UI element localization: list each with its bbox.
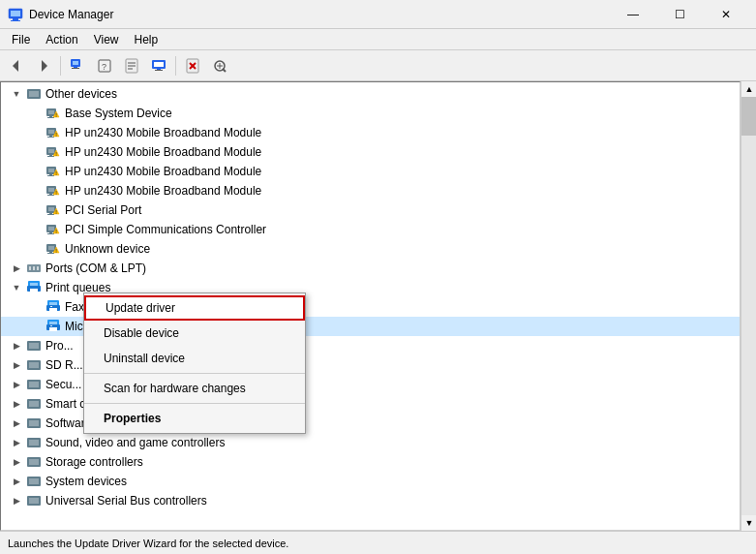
forward-button[interactable]: [31, 53, 56, 78]
svg-rect-69: [48, 246, 54, 250]
tree-arrow[interactable]: ▶: [9, 399, 24, 409]
tree-item[interactable]: ! HP un2430 Mobile Broadband Module: [1, 142, 740, 162]
tree-arrow[interactable]: ▶: [9, 263, 24, 273]
tree-item[interactable]: ▶ Universal Serial Bus controllers: [1, 491, 740, 510]
toolbar-sep-1: [60, 56, 61, 76]
svg-rect-8: [74, 67, 77, 68]
tree-icon-category: [26, 280, 42, 295]
svg-rect-28: [49, 116, 52, 117]
tree-item[interactable]: ! HP un2430 Mobile Broadband Module: [1, 123, 740, 142]
tree-label: System devices: [45, 475, 127, 488]
svg-rect-51: [48, 188, 54, 192]
toolbar: ?: [0, 50, 756, 81]
svg-rect-86: [50, 306, 52, 307]
tree-arrow[interactable]: ▶: [9, 341, 24, 351]
svg-rect-18: [157, 69, 161, 70]
tree-label: HP un2430 Mobile Broadband Module: [65, 126, 261, 139]
monitor-button[interactable]: [146, 53, 171, 78]
menu-view[interactable]: View: [86, 31, 127, 48]
tree-icon-category: [26, 396, 42, 412]
tree-item[interactable]: ! Base System Device: [1, 104, 740, 123]
svg-text:?: ?: [102, 62, 106, 72]
context-menu-item-3[interactable]: Scan for hardware changes: [84, 376, 305, 401]
tree-item[interactable]: ▶ Ports (COM & LPT): [1, 259, 740, 278]
tree-item[interactable]: ▶ System devices: [1, 472, 740, 491]
tree-item[interactable]: ! HP un2430 Mobile Broadband Module: [1, 181, 740, 200]
minimize-button[interactable]: —: [611, 0, 655, 29]
svg-rect-76: [33, 266, 35, 270]
tree-icon-category: [26, 474, 42, 489]
context-menu-item-2[interactable]: Uninstall device: [84, 346, 305, 371]
back-button[interactable]: [4, 53, 29, 78]
show-properties-button[interactable]: [65, 53, 90, 78]
tree-arrow[interactable]: ▶: [9, 438, 24, 447]
tree-item[interactable]: ▼ Other devices: [1, 84, 740, 104]
maximize-button[interactable]: ☐: [657, 0, 702, 29]
svg-marker-4: [13, 60, 18, 72]
svg-rect-116: [29, 420, 39, 426]
tree-arrow[interactable]: ▶: [9, 496, 24, 506]
vertical-scrollbar[interactable]: ▲ ▼: [741, 81, 756, 531]
scroll-thumb[interactable]: [741, 97, 756, 136]
svg-rect-64: [49, 232, 52, 233]
context-menu-item-4[interactable]: Properties: [84, 406, 305, 431]
properties-button[interactable]: [119, 53, 144, 78]
uninstall-button[interactable]: [180, 53, 205, 78]
svg-rect-118: [29, 440, 39, 446]
svg-rect-27: [48, 110, 54, 114]
tree-icon-warning-device: !: [45, 222, 61, 237]
title-bar: Device Manager — ☐ ✕: [0, 0, 756, 29]
tree-arrow[interactable]: ▶: [9, 457, 24, 467]
tree-icon-category: [26, 435, 42, 450]
tree-label: Universal Serial Bus controllers: [45, 494, 207, 508]
svg-rect-63: [48, 227, 54, 231]
tree-label: SD R...: [45, 358, 83, 372]
context-menu-item-1[interactable]: Disable device: [84, 321, 305, 346]
svg-rect-108: [29, 343, 39, 349]
menu-file[interactable]: File: [4, 31, 38, 48]
app-icon: [8, 7, 23, 22]
menu-bar: File Action View Help: [0, 29, 756, 50]
tree-arrow[interactable]: ▶: [9, 360, 24, 370]
tree-item[interactable]: ! PCI Serial Port: [1, 200, 740, 220]
update-driver-button[interactable]: ?: [92, 53, 117, 78]
svg-rect-110: [29, 362, 39, 368]
menu-action[interactable]: Action: [38, 31, 85, 48]
scroll-down-button[interactable]: ▼: [741, 515, 756, 531]
tree-arrow[interactable]: ▶: [9, 380, 24, 389]
svg-rect-122: [29, 478, 39, 484]
tree-item[interactable]: ! Unknown device: [1, 239, 740, 259]
tree-item[interactable]: ▶ Storage controllers: [1, 452, 740, 472]
svg-rect-39: [48, 149, 54, 153]
tree-icon-category: [26, 416, 42, 431]
tree-label: Fax: [65, 300, 84, 314]
close-button[interactable]: ✕: [704, 0, 748, 29]
tree-label: Storage controllers: [45, 455, 143, 469]
tree-arrow[interactable]: ▶: [9, 477, 24, 486]
svg-rect-45: [48, 169, 54, 172]
svg-rect-3: [11, 20, 20, 21]
scroll-up-button[interactable]: ▲: [741, 81, 756, 97]
tree-item[interactable]: ! HP un2430 Mobile Broadband Module: [1, 162, 740, 181]
svg-rect-17: [154, 62, 164, 67]
svg-rect-7: [73, 61, 78, 65]
tree-icon-category: [26, 493, 42, 508]
tree-item[interactable]: ! PCI Simple Communications Controller: [1, 220, 740, 239]
tree-arrow[interactable]: ▼: [9, 283, 24, 292]
menu-help[interactable]: Help: [127, 31, 166, 48]
scroll-track[interactable]: [741, 97, 756, 515]
tree-icon-category: [26, 338, 42, 354]
tree-label: Base System Device: [65, 107, 172, 120]
tree-label: PCI Serial Port: [65, 203, 141, 217]
tree-arrow[interactable]: ▶: [9, 418, 24, 428]
context-menu-item-0[interactable]: Update driver: [84, 295, 305, 321]
tree-item[interactable]: ▶ Sound, video and game controllers: [1, 433, 740, 452]
scan-button[interactable]: [207, 53, 232, 78]
tree-icon-printer: [45, 299, 61, 315]
svg-rect-34: [49, 136, 52, 137]
svg-rect-40: [49, 155, 52, 156]
svg-rect-19: [155, 70, 163, 71]
svg-rect-25: [29, 91, 39, 97]
tree-label: Sound, video and game controllers: [45, 436, 225, 449]
tree-arrow[interactable]: ▼: [9, 89, 24, 99]
